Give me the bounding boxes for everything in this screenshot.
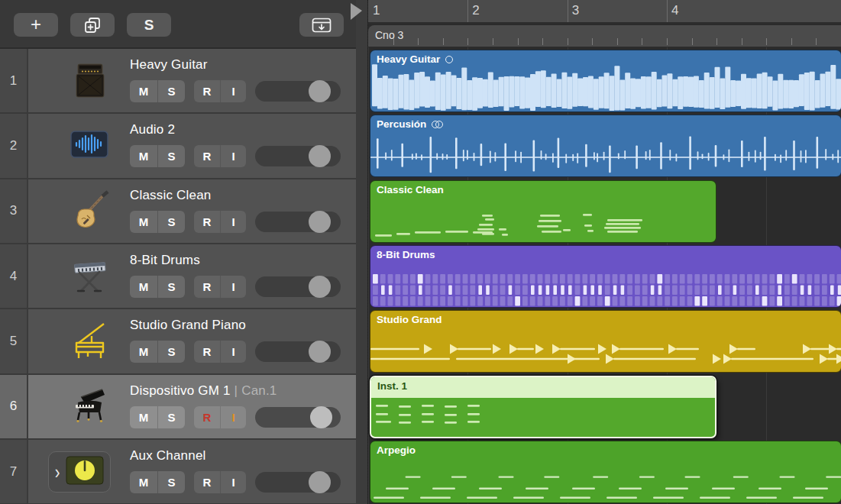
solo-button[interactable]: S <box>157 145 185 167</box>
bar-number: 3 <box>572 3 579 18</box>
volume-knob[interactable] <box>309 145 331 167</box>
volume-slider[interactable] <box>255 81 341 102</box>
bar-numbers-row[interactable]: 1234 <box>368 0 841 24</box>
playhead-marker-icon[interactable] <box>351 3 362 20</box>
volume-knob[interactable] <box>309 80 331 102</box>
track-header-config-button[interactable] <box>299 13 344 37</box>
input-monitor-button[interactable]: I <box>220 471 246 493</box>
track-header-3[interactable]: 3 Classic Clean M S R I <box>0 179 356 244</box>
input-monitor-button[interactable]: I <box>220 145 246 167</box>
volume-slider[interactable] <box>255 212 341 232</box>
track-name[interactable]: Studio Grand Piano <box>130 318 246 333</box>
track-name[interactable]: 8-Bit Drums <box>130 253 200 268</box>
region-content-art <box>370 246 841 308</box>
region-percusi-n[interactable]: Percusión <box>370 115 841 177</box>
track-number: 6 <box>0 375 28 438</box>
record-enable-button[interactable]: R <box>194 341 220 363</box>
marker-label: Cno 3 <box>375 29 403 41</box>
track-number: 4 <box>0 244 28 308</box>
track-controls: M S R I <box>130 211 341 233</box>
beat-tick <box>568 38 568 45</box>
input-monitor-button[interactable]: I <box>220 276 246 298</box>
mute-button[interactable]: M <box>130 276 157 298</box>
track-header-toolbar: + S <box>0 0 356 49</box>
track-name[interactable]: Dispositivo GM 1 | Can.1 <box>130 383 277 399</box>
region-arpegio[interactable]: Arpegio <box>370 441 841 503</box>
volume-knob[interactable] <box>309 211 331 233</box>
beat-tick <box>716 38 717 45</box>
track-header-1[interactable]: 1 Heavy Guitar M S R I <box>0 49 356 114</box>
library-button[interactable]: S <box>127 13 171 37</box>
record-enable-button[interactable]: R <box>194 471 220 493</box>
track-icon: › <box>37 440 122 503</box>
mute-button[interactable]: M <box>130 406 157 428</box>
track-name[interactable]: Heavy Guitar <box>130 57 208 73</box>
input-monitor-button[interactable]: I <box>220 211 246 233</box>
volume-knob[interactable] <box>310 406 332 428</box>
window-down-arrow-icon <box>312 18 332 33</box>
record-enable-button[interactable]: R <box>194 211 220 233</box>
volume-slider[interactable] <box>255 146 341 166</box>
region-header-band <box>371 377 715 398</box>
region-inst-1[interactable]: Inst. 1 <box>370 376 716 438</box>
solo-button[interactable]: S <box>157 341 185 363</box>
record-enable-button[interactable]: R <box>194 80 220 102</box>
bar-number: 1 <box>373 3 380 18</box>
track-controls: M S R I <box>130 471 341 493</box>
track-name[interactable]: Classic Clean <box>130 188 212 203</box>
track-icon <box>67 309 112 373</box>
track-number: 1 <box>0 49 28 112</box>
track-header-5[interactable]: 5 Studio Grand Piano M S R I <box>0 309 356 374</box>
beat-tick <box>493 38 493 45</box>
track-header-6[interactable]: 6 Dispositivo GM 1 | Can.1 M S R I <box>0 375 356 440</box>
track-header-panel: + S 1 <box>0 0 356 504</box>
solo-button[interactable]: S <box>157 471 185 493</box>
aux-disclosure-group[interactable]: › <box>48 451 112 493</box>
volume-knob[interactable] <box>309 471 331 493</box>
grand-piano-black-icon <box>69 384 110 428</box>
input-monitor-button[interactable]: I <box>220 406 246 428</box>
beat-tick <box>742 38 742 45</box>
solo-button[interactable]: S <box>157 276 185 298</box>
region-heavy-guitar[interactable]: Heavy Guitar <box>370 50 841 112</box>
volume-slider[interactable] <box>255 276 341 297</box>
marker-row[interactable]: Cno 3 <box>368 25 841 47</box>
record-enable-button[interactable]: R <box>194 145 220 167</box>
track-header-2[interactable]: 2 Audio 2 M S R I <box>0 114 356 179</box>
solo-button[interactable]: S <box>157 80 185 102</box>
beat-tick <box>393 38 394 45</box>
track-name[interactable]: Aux Channel <box>130 448 206 464</box>
mute-button[interactable]: M <box>130 145 157 167</box>
volume-slider[interactable] <box>255 472 341 493</box>
panel-divider[interactable] <box>356 0 367 504</box>
volume-knob[interactable] <box>309 341 331 363</box>
input-monitor-button[interactable]: I <box>220 80 246 102</box>
track-channel: | Can.1 <box>231 383 277 398</box>
region-studio-grand[interactable]: Studio Grand <box>370 310 841 373</box>
duplicate-track-button[interactable] <box>70 13 115 37</box>
record-enable-button[interactable]: R <box>194 406 220 428</box>
bar-ruler[interactable]: 1234 Cno 3 <box>368 0 841 47</box>
input-monitor-button[interactable]: I <box>220 341 246 363</box>
volume-slider[interactable] <box>255 341 341 362</box>
add-track-button[interactable]: + <box>14 13 58 37</box>
track-icon <box>67 179 112 243</box>
track-controls: M S R I <box>130 80 341 102</box>
region-lanes: Heavy Guitar Percusión Classic Clean 8-B… <box>368 47 841 504</box>
volume-knob[interactable] <box>309 276 331 298</box>
record-enable-button[interactable]: R <box>194 276 220 298</box>
track-header-7[interactable]: 7 › Aux Channel M S R I <box>0 440 356 504</box>
mute-button[interactable]: M <box>130 341 157 363</box>
region-classic-clean[interactable]: Classic Clean <box>370 180 716 243</box>
mute-button[interactable]: M <box>130 471 157 493</box>
mute-button[interactable]: M <box>130 211 157 233</box>
volume-slider[interactable] <box>255 407 341 428</box>
disclosure-chevron-icon[interactable]: › <box>55 462 60 482</box>
solo-button[interactable]: S <box>157 211 185 233</box>
region-8-bit-drums[interactable]: 8-Bit Drums <box>370 245 841 308</box>
track-header-4[interactable]: 4 8-Bit Drums M S R I <box>0 244 356 309</box>
mute-button[interactable]: M <box>130 80 157 102</box>
track-number: 5 <box>0 309 28 373</box>
track-name[interactable]: Audio 2 <box>130 122 175 137</box>
solo-button[interactable]: S <box>157 406 185 428</box>
